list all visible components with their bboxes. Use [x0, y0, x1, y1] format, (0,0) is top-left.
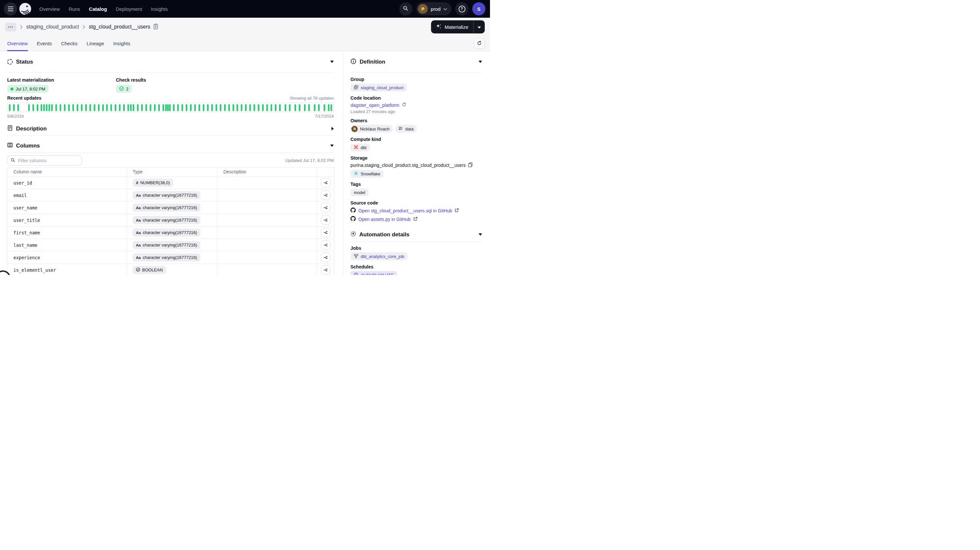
group-chip[interactable]: staging_cloud_product — [350, 84, 407, 91]
update-tick[interactable] — [51, 104, 53, 111]
update-tick[interactable] — [85, 104, 87, 111]
update-tick[interactable] — [216, 104, 217, 111]
column-lineage-button[interactable] — [321, 203, 331, 212]
update-tick[interactable] — [318, 104, 320, 111]
update-tick[interactable] — [37, 104, 38, 111]
update-tick[interactable] — [106, 104, 108, 111]
update-tick[interactable] — [158, 104, 160, 111]
update-tick[interactable] — [331, 104, 332, 111]
update-tick[interactable] — [314, 104, 315, 111]
update-tick[interactable] — [169, 104, 171, 111]
refresh-button[interactable] — [474, 38, 485, 49]
check-results-pill[interactable]: 2 — [116, 85, 132, 93]
tab-insights[interactable]: Insights — [113, 36, 130, 51]
update-tick[interactable] — [294, 104, 296, 111]
nav-item-insights[interactable]: Insights — [151, 6, 168, 12]
update-tick[interactable] — [177, 104, 179, 111]
update-tick[interactable] — [241, 104, 242, 111]
update-tick[interactable] — [46, 104, 48, 111]
update-tick[interactable] — [13, 104, 15, 111]
column-lineage-button[interactable] — [321, 265, 331, 275]
update-tick[interactable] — [81, 104, 83, 111]
definition-section-header[interactable]: Definition — [350, 51, 482, 73]
update-tick[interactable] — [119, 104, 121, 111]
update-tick[interactable] — [304, 104, 305, 111]
update-tick[interactable] — [299, 104, 301, 111]
update-tick[interactable] — [137, 104, 138, 111]
column-lineage-button[interactable] — [321, 215, 331, 225]
update-tick[interactable] — [199, 104, 200, 111]
update-tick[interactable] — [18, 104, 19, 111]
update-tick[interactable] — [89, 104, 91, 111]
update-tick[interactable] — [56, 104, 57, 111]
nav-item-catalog[interactable]: Catalog — [89, 6, 107, 12]
update-tick[interactable] — [220, 104, 221, 111]
update-tick[interactable] — [165, 104, 167, 111]
storage-system-chip[interactable]: Snowflake — [350, 170, 383, 178]
update-tick[interactable] — [32, 104, 34, 111]
update-tick[interactable] — [190, 104, 192, 111]
update-tick[interactable] — [133, 104, 134, 111]
update-tick[interactable] — [43, 104, 45, 111]
update-tick[interactable] — [249, 104, 251, 111]
update-tick[interactable] — [64, 104, 65, 111]
owner-team-chip[interactable]: data — [395, 125, 417, 133]
update-tick[interactable] — [127, 104, 129, 111]
update-tick[interactable] — [28, 104, 30, 111]
update-tick[interactable] — [289, 104, 291, 111]
column-lineage-button[interactable] — [321, 190, 331, 200]
owner-user-chip[interactable]: N Nicklaus Roach — [350, 125, 393, 133]
dagster-logo-icon[interactable] — [19, 3, 32, 15]
update-tick[interactable] — [228, 104, 230, 111]
tab-lineage[interactable]: Lineage — [86, 36, 104, 51]
nav-item-runs[interactable]: Runs — [69, 6, 80, 12]
latest-materialization-pill[interactable]: Jul 17, 8:02 PM — [7, 85, 48, 93]
user-avatar[interactable]: S — [473, 2, 485, 15]
materialize-button[interactable]: Materialize — [431, 20, 473, 33]
description-section-header[interactable]: Description — [7, 122, 334, 136]
update-tick[interactable] — [285, 104, 286, 111]
update-tick[interactable] — [110, 104, 112, 111]
filter-columns-input[interactable] — [18, 158, 78, 164]
update-tick[interactable] — [237, 104, 238, 111]
update-tick[interactable] — [186, 104, 187, 111]
update-tick[interactable] — [232, 104, 234, 111]
tag-chip[interactable]: model — [350, 188, 369, 196]
update-tick[interactable] — [245, 104, 247, 111]
tab-events[interactable]: Events — [37, 36, 52, 51]
status-section-header[interactable]: Status — [7, 51, 334, 73]
code-location-link[interactable]: dagster_open_platform — [350, 103, 399, 108]
column-lineage-button[interactable] — [321, 253, 331, 262]
update-tick[interactable] — [41, 104, 42, 111]
columns-section-header[interactable]: Columns — [7, 139, 334, 153]
breadcrumb-group-link[interactable]: staging_cloud_product — [26, 24, 79, 30]
search-button[interactable] — [399, 2, 412, 15]
help-button[interactable]: ? — [455, 2, 468, 15]
update-tick[interactable] — [9, 104, 11, 111]
materialize-dropdown-button[interactable] — [473, 20, 485, 33]
update-tick[interactable] — [48, 104, 50, 111]
update-tick[interactable] — [328, 104, 329, 111]
deployment-switcher[interactable]: P prod — [416, 2, 451, 15]
update-tick[interactable] — [167, 104, 169, 111]
reload-icon[interactable] — [402, 102, 406, 108]
source-link-sql[interactable]: Open stg_cloud_product__users.sql in Git… — [358, 208, 452, 214]
update-tick[interactable] — [162, 104, 164, 111]
breadcrumb-ellipsis-button[interactable]: ••• — [5, 22, 16, 32]
update-tick[interactable] — [173, 104, 175, 111]
job-chip[interactable]: dbt_analytics_core_job — [350, 252, 407, 260]
update-tick[interactable] — [203, 104, 204, 111]
schedule-chip[interactable]: At 03:00 AM UTC — [350, 271, 397, 275]
nav-item-deployment[interactable]: Deployment — [116, 6, 142, 12]
compute-kind-chip[interactable]: dbt — [350, 143, 370, 151]
update-tick[interactable] — [72, 104, 74, 111]
update-tick[interactable] — [130, 104, 132, 111]
update-tick[interactable] — [279, 104, 281, 111]
update-tick[interactable] — [154, 104, 156, 111]
update-tick[interactable] — [308, 104, 310, 111]
tab-checks[interactable]: Checks — [61, 36, 77, 51]
update-tick[interactable] — [266, 104, 268, 111]
update-tick[interactable] — [224, 104, 226, 111]
update-tick[interactable] — [253, 104, 255, 111]
update-tick[interactable] — [68, 104, 70, 111]
